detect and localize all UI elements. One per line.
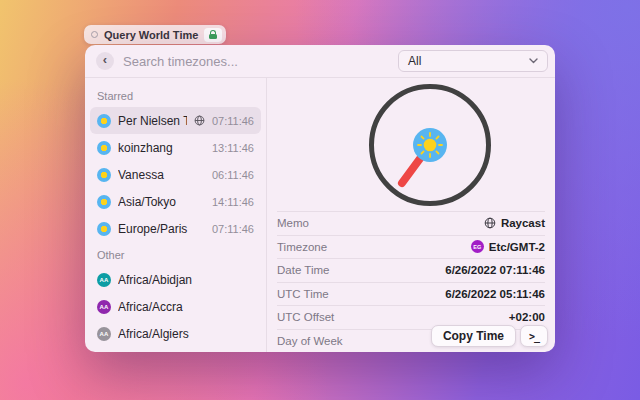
timezone-name: Per Nielsen Tikær: [118, 114, 187, 128]
sun-clock-icon: [97, 141, 111, 155]
sun-clock-icon: [97, 222, 111, 236]
sidebar-item-africa-accra[interactable]: AA Africa/Accra: [90, 293, 261, 320]
initials-avatar: AA: [97, 327, 111, 341]
clock-illustration: [267, 78, 555, 211]
timezone-time: 07:11:46: [212, 115, 254, 127]
action-bar: Copy Time >_: [431, 325, 548, 347]
chevron-down-icon: [529, 58, 538, 64]
terminal-icon[interactable]: >_: [520, 325, 548, 347]
row-label: Timezone: [277, 241, 327, 253]
timezone-name: Asia/Tokyo: [118, 195, 205, 209]
row-utc-time: UTC Time 6/26/2022 05:11:46: [277, 282, 545, 306]
window-title-pill[interactable]: Query World Time: [84, 25, 226, 44]
window-body: Starred Per Nielsen Tikær 07:11:46 koinz…: [85, 78, 555, 352]
row-memo: Memo Raycast: [277, 211, 545, 235]
row-value: Etc/GMT-2: [489, 241, 545, 253]
timezone-name: Africa/Accra: [118, 300, 254, 314]
row-label: Day of Week: [277, 335, 343, 347]
globe-icon: [484, 217, 496, 229]
window-title: Query World Time: [104, 29, 198, 41]
filter-selected-value: All: [408, 54, 421, 68]
sidebar-item-asia-tokyo[interactable]: Asia/Tokyo 14:11:46: [90, 188, 261, 215]
initials-avatar: AA: [97, 273, 111, 287]
row-label: Memo: [277, 217, 309, 229]
row-value: 6/26/2022 05:11:46: [445, 288, 545, 300]
section-title-other: Other: [90, 242, 261, 266]
sun-clock-icon: [97, 168, 111, 182]
timezone-name: Africa/Abidjan: [118, 273, 254, 287]
initials-avatar: AA: [97, 300, 111, 314]
sun-clock-graphic: [366, 81, 494, 209]
sidebar-item-africa-algiers[interactable]: AA Africa/Algiers: [90, 320, 261, 347]
filter-dropdown[interactable]: All: [398, 50, 548, 72]
sidebar-item-europe-paris[interactable]: Europe/Paris 07:11:46: [90, 215, 261, 242]
timezone-name: Africa/Algiers: [118, 327, 254, 341]
section-title-starred: Starred: [90, 83, 261, 107]
query-world-time-window: ‹ All Starred Per Nielsen Tikær: [85, 45, 555, 352]
sidebar-item-koinzhang[interactable]: koinzhang 13:11:46: [90, 134, 261, 161]
sidebar-item-africa-bissau[interactable]: AB Africa/Bissau: [90, 347, 261, 352]
row-value: 6/26/2022 07:11:46: [445, 264, 545, 276]
copy-time-button[interactable]: Copy Time: [431, 325, 516, 347]
detail-panel: Memo Raycast Timezone EG: [267, 78, 555, 352]
timezone-time: 06:11:46: [212, 169, 254, 181]
timezone-time: 14:11:46: [212, 196, 254, 208]
row-timezone: Timezone EG Etc/GMT-2: [277, 235, 545, 259]
row-value: +02:00: [509, 311, 545, 323]
row-date-time: Date Time 6/26/2022 07:11:46: [277, 258, 545, 282]
timezone-initials-icon: EG: [471, 240, 484, 253]
search-header: ‹ All: [85, 45, 555, 78]
row-value: Raycast: [501, 217, 545, 229]
globe-icon: [194, 115, 205, 126]
sun-clock-icon: [97, 114, 111, 128]
timezone-name: Vanessa: [118, 168, 205, 182]
record-icon: [91, 31, 98, 38]
search-input[interactable]: [123, 54, 389, 69]
sidebar-item-africa-abidjan[interactable]: AA Africa/Abidjan: [90, 266, 261, 293]
sidebar-item-per-nielsen[interactable]: Per Nielsen Tikær 07:11:46: [90, 107, 261, 134]
row-label: UTC Time: [277, 288, 329, 300]
timezone-sidebar[interactable]: Starred Per Nielsen Tikær 07:11:46 koinz…: [85, 78, 267, 352]
lock-badge: [204, 28, 222, 42]
timezone-name: Europe/Paris: [118, 222, 205, 236]
timezone-name: koinzhang: [118, 141, 205, 155]
timezone-time: 07:11:46: [212, 223, 254, 235]
desktop-background: Query World Time ‹ All Starred: [0, 0, 640, 400]
row-label: UTC Offset: [277, 311, 334, 323]
sidebar-item-vanessa[interactable]: Vanessa 06:11:46: [90, 161, 261, 188]
timezone-time: 13:11:46: [212, 142, 254, 154]
back-button[interactable]: ‹: [96, 52, 114, 70]
row-label: Date Time: [277, 264, 329, 276]
sun-clock-icon: [97, 195, 111, 209]
